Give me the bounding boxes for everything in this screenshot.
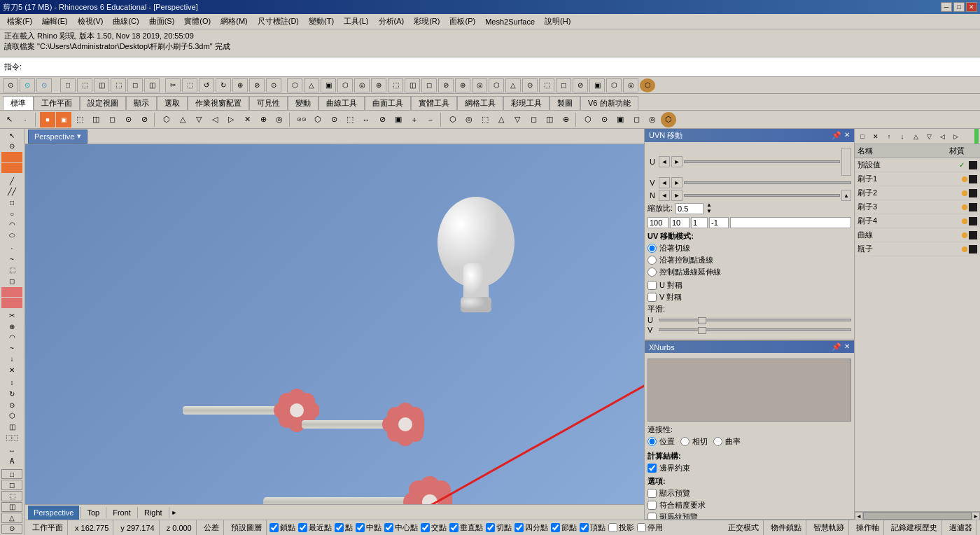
status-ortho[interactable]: 正交模式 (724, 520, 764, 535)
qa-button-36[interactable]: ⬡ (606, 78, 622, 92)
mat-row-curve[interactable]: 曲線 (855, 228, 980, 242)
uvn-zoom-up[interactable]: ▲ (706, 202, 712, 208)
close-button[interactable]: ✕ (966, 2, 977, 12)
qa-button-32[interactable]: ⬚ (539, 78, 554, 92)
tool-30[interactable]: ◻ (526, 112, 541, 127)
status-smarttrack[interactable]: 智慧軌跡 (809, 520, 849, 535)
lt-fillet[interactable]: ◠ (1, 333, 22, 343)
tan-checkbox[interactable]: 切點 (486, 522, 512, 533)
tool-35[interactable]: ▣ (612, 112, 628, 127)
lt-point[interactable]: · (1, 243, 22, 253)
qa-button-4[interactable]: □ (60, 78, 76, 92)
xnurbs-pin[interactable]: 📌 (832, 342, 841, 352)
uvn-step-2[interactable] (670, 217, 690, 228)
mat-row-brush2[interactable]: 刷子2 (855, 186, 980, 200)
uvn-u-slider[interactable] (684, 160, 840, 163)
qa-button-34[interactable]: ⊘ (573, 78, 588, 92)
qa-button-14[interactable]: ⊕ (232, 78, 248, 92)
fr-btn-5[interactable]: △ (909, 130, 922, 143)
tool-20[interactable]: ↔ (358, 112, 374, 127)
tool-38[interactable]: ⬡ (661, 112, 676, 127)
uvn-step-4[interactable] (709, 217, 729, 228)
fr-btn-1[interactable]: □ (856, 130, 869, 143)
tab-viewport-layout[interactable]: 作業視窗配置 (188, 96, 249, 110)
mat-row-brush3[interactable]: 刷子3 (855, 200, 980, 214)
menu-transform[interactable]: 變動(T) (304, 15, 338, 28)
lt-copy[interactable]: ◫ (1, 422, 22, 432)
qa-button-5[interactable]: ⬚ (77, 78, 92, 92)
tab-surface-tools[interactable]: 曲面工具 (365, 96, 411, 110)
fr-scroll-right[interactable]: ► (972, 512, 980, 520)
tab-drafting[interactable]: 製圖 (550, 96, 580, 110)
qa-button-16[interactable]: ⊙ (266, 78, 281, 92)
uvn-pin[interactable]: 📌 (832, 131, 841, 140)
lt-box2[interactable]: ◻ (1, 480, 22, 490)
tool-point[interactable]: · (18, 112, 33, 127)
tab-setview[interactable]: 設定視圖 (80, 96, 126, 110)
tool-16[interactable]: ⊙⊙ (294, 112, 309, 127)
tool-26[interactable]: ◎ (461, 112, 477, 127)
uvn-zoom-down[interactable]: ▼ (706, 209, 712, 214)
viewport-tab-arrow[interactable]: ▾ (77, 132, 81, 141)
fr-btn-6[interactable]: ▽ (923, 130, 935, 143)
uvn-mode-3-radio[interactable] (648, 268, 657, 277)
tool-3[interactable]: ⬚ (72, 112, 88, 127)
qa-button-25[interactable]: ◻ (421, 78, 437, 92)
center-checkbox[interactable]: 中心點 (384, 522, 418, 533)
uvn-mode-2-radio[interactable] (648, 256, 657, 265)
tool-37[interactable]: ◎ (645, 112, 660, 127)
lt-mirror[interactable]: ⬡ (1, 410, 22, 421)
menu-tools[interactable]: 工具(L) (340, 15, 372, 28)
lt-rotate[interactable]: ↻ (1, 389, 22, 399)
opt-preview-check[interactable] (648, 489, 657, 498)
menu-panels[interactable]: 面板(P) (445, 15, 479, 28)
xnurbs-boundary-check[interactable] (648, 464, 657, 473)
lt-pink2[interactable] (1, 298, 22, 308)
lt-box1[interactable]: □ (1, 469, 22, 480)
status-osnap[interactable]: 物件鎖點 (766, 520, 806, 535)
viewport-3d[interactable] (25, 144, 644, 504)
lt-trim[interactable]: ✂ (1, 311, 22, 321)
lt-dim[interactable]: ↔ (1, 445, 22, 456)
tab-solid-tools[interactable]: 實體工具 (411, 96, 457, 110)
mat-row-brush4[interactable]: 刷子4 (855, 214, 980, 228)
fr-scroll-left[interactable]: ◄ (855, 512, 863, 520)
tool-33[interactable]: ⬡ (580, 112, 596, 127)
lt-curve[interactable]: ~ (1, 254, 22, 265)
uvn-n-right[interactable]: ► (671, 190, 682, 201)
tool-5[interactable]: ◻ (104, 112, 120, 127)
vp-tab-right[interactable]: Right (139, 506, 168, 520)
fr-btn-2[interactable]: ✕ (869, 130, 882, 143)
qa-button-17[interactable]: ⬡ (287, 78, 302, 92)
tool-36[interactable]: ◻ (629, 112, 644, 127)
status-filter[interactable]: 過濾器 (945, 520, 977, 535)
menu-mesh2surf[interactable]: Mesh2Surface (481, 16, 539, 27)
uvn-u-right[interactable]: ► (671, 156, 682, 167)
tab-workplane[interactable]: 工作平面 (34, 96, 80, 110)
tab-display[interactable]: 顯示 (126, 96, 157, 110)
tab-curve-tools[interactable]: 曲線工具 (318, 96, 365, 110)
tool-27[interactable]: ⬚ (477, 112, 493, 127)
vp-tab-front[interactable]: Front (107, 506, 136, 520)
tool-25[interactable]: ⬡ (445, 112, 461, 127)
lt-orange2[interactable] (1, 163, 22, 174)
tab-standard[interactable]: 標準 (3, 96, 34, 110)
qa-button-7[interactable]: ⬚ (111, 78, 126, 92)
fr-btn-7[interactable]: ◁ (936, 130, 948, 143)
lt-text[interactable]: A (1, 456, 22, 466)
tool-12[interactable]: ▷ (223, 112, 239, 127)
qa-button-21[interactable]: ◎ (354, 78, 370, 92)
disable-checkbox[interactable]: 停用 (637, 522, 663, 533)
menu-dim[interactable]: 尺寸標註(D) (253, 15, 303, 28)
lt-extend[interactable]: ⊕ (1, 321, 22, 332)
mat-row-brush1[interactable]: 刷子1 (855, 172, 980, 186)
tab-select[interactable]: 選取 (157, 96, 188, 110)
uvn-n-left[interactable]: ◄ (659, 190, 670, 201)
qa-button-19[interactable]: ▣ (321, 78, 336, 92)
menu-solid[interactable]: 實體(O) (180, 15, 215, 28)
nearestpt-checkbox[interactable]: 最近點 (298, 522, 332, 533)
tool-29[interactable]: ▽ (510, 112, 525, 127)
quad-checkbox[interactable]: 四分點 (514, 522, 548, 533)
qa-button-24[interactable]: ◫ (405, 78, 420, 92)
knot-checkbox[interactable]: 節點 (551, 522, 577, 533)
